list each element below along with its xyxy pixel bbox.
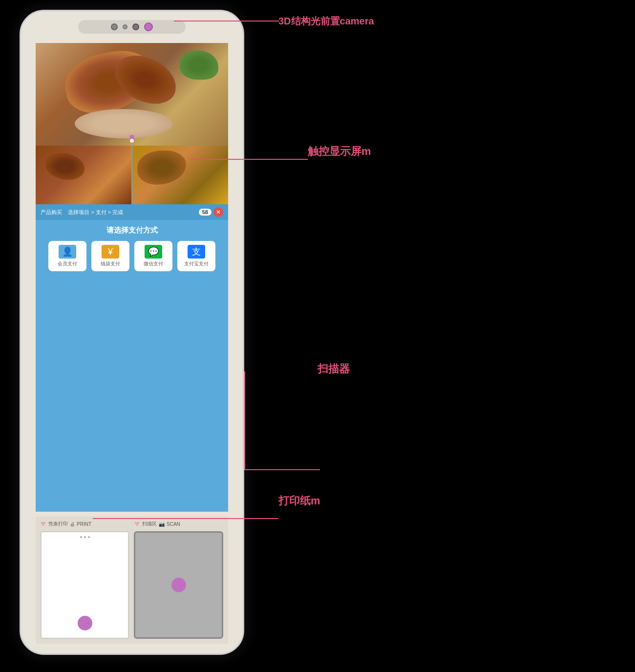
scanner-sublabel: SCAN [167, 521, 180, 527]
payment-title: 请选择支付方式 [41, 226, 223, 235]
food-thumbnails [36, 146, 228, 204]
payment-methods: 👤 会员支付 ¥ 钱袋支付 💬 微信支付 支 支付宝支付 [41, 241, 223, 271]
member-pay-label: 会员支付 [58, 260, 77, 267]
food-plate [75, 109, 172, 138]
pay-alipay-button[interactable]: 支 支付宝支付 [177, 241, 215, 271]
device-shell: 产品购买 选择项目 > 支付 > 完成 58 ✕ 请选择支付方式 👤 会员支付 … [20, 10, 244, 655]
touchscreen[interactable]: 产品购买 选择项目 > 支付 > 完成 58 ✕ 请选择支付方式 👤 会员支付 … [36, 43, 228, 512]
printer-icon: 🖨 [70, 521, 75, 527]
camera-3d [144, 22, 153, 31]
close-button[interactable]: ✕ [213, 207, 223, 217]
food-garnish [179, 50, 218, 80]
printer-label: 凭条打印 [48, 520, 68, 527]
printer-feed-dots [80, 536, 90, 538]
food-thumb-2[interactable] [132, 146, 228, 204]
camera-annotation-line [174, 21, 279, 22]
scanner-slot [134, 531, 223, 639]
scanner-annotation-label: 扫描器 [318, 362, 350, 376]
touchscreen-annotation-line [190, 159, 308, 160]
printer-button[interactable] [78, 616, 92, 630]
pay-member-button[interactable]: 👤 会员支付 [48, 241, 86, 271]
pay-cash-button[interactable]: ¥ 钱袋支付 [91, 241, 129, 271]
printer-sublabel: PRINT [77, 521, 91, 527]
scanner-annotation-line-h [244, 469, 320, 470]
scanner-annotation-line-v [244, 371, 245, 469]
printer-annotation-line [93, 518, 278, 519]
alipay-pay-label: 支付宝支付 [184, 260, 209, 267]
wechat-pay-label: 微信支付 [144, 260, 163, 267]
scanner-button[interactable] [171, 578, 186, 592]
payment-section: 请选择支付方式 👤 会员支付 ¥ 钱袋支付 💬 微信支付 支 支付宝支付 [36, 220, 228, 277]
scanner-icon: 📷 [159, 521, 165, 527]
printer-slot [41, 531, 129, 639]
cash-pay-label: 钱袋支付 [101, 260, 120, 267]
camera-lens-2 [123, 24, 127, 29]
alipay-pay-icon: 支 [188, 245, 205, 259]
scanner-label-area: ⩔ 扫描区 📷 SCAN [129, 520, 223, 527]
status-bar: 产品购买 选择项目 > 支付 > 完成 58 ✕ [36, 204, 228, 220]
breadcrumb: 产品购买 选择项目 > 支付 > 完成 [41, 209, 197, 216]
touchscreen-annotation-label: 触控显示屏m [308, 144, 371, 159]
hardware-bottom: ⩔ 凭条打印 🖨 PRINT ⩔ 扫描区 📷 SCAN [36, 517, 228, 644]
camera-lens-1 [111, 23, 118, 30]
food-main-image [36, 43, 228, 146]
printer-annotation-label: 打印纸m [278, 494, 320, 508]
hardware-slots [36, 529, 228, 644]
printer-label-area: ⩔ 凭条打印 🖨 PRINT [41, 520, 129, 527]
pay-wechat-button[interactable]: 💬 微信支付 [134, 241, 172, 271]
scanner-label: 扫描区 [142, 520, 157, 527]
member-pay-icon: 👤 [59, 245, 76, 259]
camera-lens-3 [132, 23, 139, 30]
camera-annotation-label: 3D结构光前置camera [278, 15, 374, 28]
top-camera-bar [78, 20, 186, 34]
scanner-arrow-icon: ⩔ [134, 520, 140, 527]
item-count-badge: 58 [199, 209, 212, 216]
printer-arrow-icon: ⩔ [41, 520, 46, 527]
wechat-pay-icon: 💬 [145, 245, 162, 259]
food-thumb-1[interactable] [36, 146, 132, 204]
cash-pay-icon: ¥ [102, 245, 119, 259]
carousel-dot [130, 139, 134, 143]
